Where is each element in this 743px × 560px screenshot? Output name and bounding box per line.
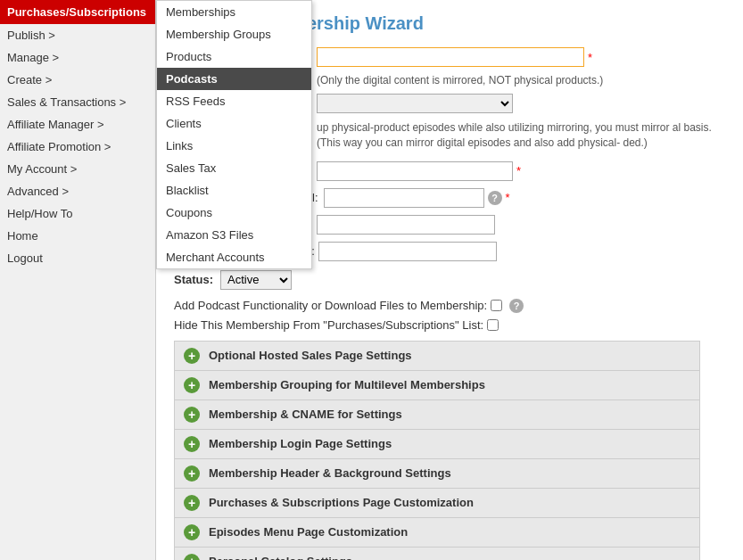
name-input[interactable] bbox=[317, 47, 584, 67]
sidebar: Purchases/Subscriptions Publish > Manage… bbox=[0, 0, 156, 560]
accordion-item-2[interactable]: + Membership & CNAME for Settings bbox=[175, 400, 699, 430]
status-label: Status: bbox=[174, 273, 213, 286]
dropdown-item-memberships[interactable]: Memberships bbox=[157, 1, 311, 23]
expand-icon-3: + bbox=[184, 436, 200, 452]
checkbox1[interactable] bbox=[491, 300, 502, 311]
sidebar-item-advanced[interactable]: Advanced > bbox=[0, 180, 155, 202]
sidebar-title: Purchases/Subscriptions bbox=[0, 0, 155, 24]
dropdown-item-coupons[interactable]: Coupons bbox=[157, 202, 311, 224]
field3-colon-label: l: bbox=[312, 191, 318, 204]
checkbox-row-2: Hide This Membership From "Purchases/Sub… bbox=[174, 318, 725, 332]
required-star-1: * bbox=[588, 51, 592, 64]
accordion-label-4: Membership Header & Background Settings bbox=[209, 466, 451, 480]
sidebar-item-publish[interactable]: Publish > bbox=[0, 24, 155, 46]
dropdown-item-blacklist[interactable]: Blacklist bbox=[157, 179, 311, 202]
checkbox2[interactable] bbox=[487, 319, 499, 331]
dropdown-item-membership-groups[interactable]: Membership Groups bbox=[157, 23, 311, 45]
sidebar-item-manage[interactable]: Manage > bbox=[0, 46, 155, 69]
accordion-item-1[interactable]: + Membership Grouping for Multilevel Mem… bbox=[175, 371, 699, 400]
sidebar-item-my-account[interactable]: My Account > bbox=[0, 158, 155, 180]
expand-icon-7: + bbox=[184, 554, 200, 560]
status-select[interactable]: Active Inactive bbox=[220, 270, 292, 290]
accordion-label-0: Optional Hosted Sales Page Settings bbox=[209, 349, 412, 362]
expand-icon-5: + bbox=[184, 495, 200, 511]
accordion-label-6: Episodes Menu Page Customization bbox=[209, 525, 408, 539]
accordion-label-7: Personal Catalog Settings bbox=[209, 555, 352, 560]
info-text: (Only the digital content is mirrored, N… bbox=[317, 74, 725, 86]
form-row-field5: e: bbox=[305, 242, 725, 261]
sidebar-item-create[interactable]: Create > bbox=[0, 69, 155, 91]
form-row-field2: * bbox=[317, 161, 725, 181]
dropdown-item-products[interactable]: Products bbox=[157, 45, 311, 68]
dropdown-item-clients[interactable]: Clients bbox=[157, 112, 311, 135]
accordion-label-5: Purchases & Subscriptions Page Customiza… bbox=[209, 496, 474, 509]
dropdown-item-amazon-s3[interactable]: Amazon S3 Files bbox=[157, 224, 311, 246]
field3-input[interactable] bbox=[324, 188, 484, 208]
dropdown-item-rss-feeds[interactable]: RSS Feeds bbox=[157, 90, 311, 112]
form-row-field4 bbox=[317, 215, 725, 235]
sidebar-item-help[interactable]: Help/How To bbox=[0, 202, 155, 225]
accordion-item-3[interactable]: + Membership Login Page Settings bbox=[175, 430, 699, 459]
form-row-select bbox=[317, 94, 725, 113]
sidebar-item-affiliate-promotion[interactable]: Affiliate Promotion > bbox=[0, 136, 155, 158]
field2-input[interactable] bbox=[317, 161, 513, 181]
help-icon-checkbox1[interactable]: ? bbox=[509, 299, 524, 313]
field4-input[interactable] bbox=[317, 215, 495, 235]
expand-icon-2: + bbox=[184, 407, 200, 423]
expand-icon-0: + bbox=[184, 348, 200, 364]
required-star-2: * bbox=[516, 164, 521, 177]
sidebar-item-home[interactable]: Home bbox=[0, 225, 155, 247]
expand-icon-1: + bbox=[184, 377, 200, 393]
accordion-label-3: Membership Login Page Settings bbox=[209, 437, 392, 450]
mirror-select[interactable] bbox=[317, 94, 513, 113]
required-star-3: * bbox=[506, 191, 510, 204]
accordion-item-5[interactable]: + Purchases & Subscriptions Page Customi… bbox=[175, 489, 699, 518]
field5-input[interactable] bbox=[318, 242, 497, 261]
expand-icon-6: + bbox=[184, 524, 200, 540]
dropdown-item-sales-tax[interactable]: Sales Tax bbox=[157, 157, 311, 179]
publish-dropdown: Memberships Membership Groups Products P… bbox=[156, 0, 312, 269]
accordion-item-0[interactable]: + Optional Hosted Sales Page Settings bbox=[175, 342, 699, 371]
checkbox2-label: Hide This Membership From "Purchases/Sub… bbox=[174, 318, 483, 332]
sidebar-item-sales[interactable]: Sales & Transactions > bbox=[0, 91, 155, 113]
accordion-item-7[interactable]: + Personal Catalog Settings bbox=[175, 548, 699, 560]
accordion-item-4[interactable]: + Membership Header & Background Setting… bbox=[175, 459, 699, 489]
accordion-label-1: Membership Grouping for Multilevel Membe… bbox=[209, 378, 485, 391]
status-row: Status: Active Inactive bbox=[174, 270, 725, 290]
dropdown-item-merchant-accounts[interactable]: Merchant Accounts bbox=[157, 246, 311, 268]
checkbox-row-1: Add Podcast Functionality or Download Fi… bbox=[174, 299, 725, 313]
checkbox1-label: Add Podcast Functionality or Download Fi… bbox=[174, 299, 487, 312]
form-row-field3: l: ? * bbox=[312, 188, 725, 208]
dropdown-item-links[interactable]: Links bbox=[157, 135, 311, 157]
accordion-section: + Optional Hosted Sales Page Settings + … bbox=[174, 341, 700, 560]
warning-text: up physical-product episodes while also … bbox=[317, 120, 725, 151]
sidebar-item-logout[interactable]: Logout bbox=[0, 247, 155, 269]
help-icon-field3[interactable]: ? bbox=[488, 191, 502, 205]
accordion-item-6[interactable]: + Episodes Menu Page Customization bbox=[175, 518, 699, 548]
sidebar-item-affiliate-manager[interactable]: Affiliate Manager > bbox=[0, 113, 155, 136]
accordion-label-2: Membership & CNAME for Settings bbox=[209, 408, 402, 421]
expand-icon-4: + bbox=[184, 465, 200, 482]
dropdown-item-podcasts[interactable]: Podcasts bbox=[157, 68, 311, 90]
